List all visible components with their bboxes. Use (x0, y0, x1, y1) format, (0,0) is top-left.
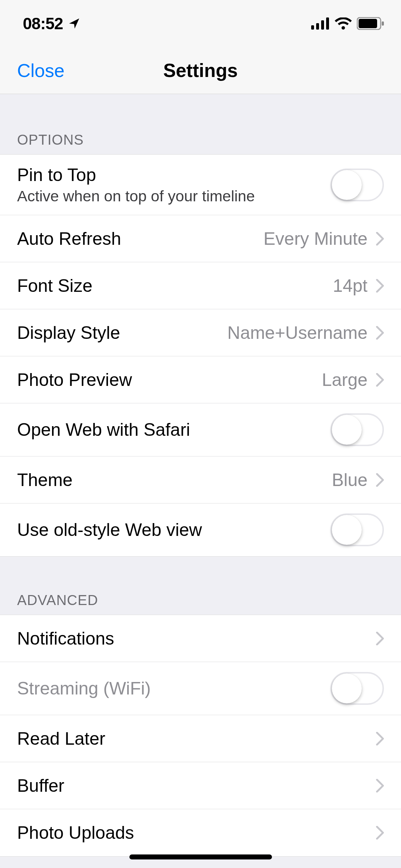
status-right (311, 17, 384, 30)
section-options: Pin to Top Active when on top of your ti… (0, 154, 401, 557)
switch-streaming[interactable] (330, 672, 384, 705)
row-label-block: Notifications (17, 628, 367, 649)
row-label-block: Pin to Top Active when on top of your ti… (17, 165, 322, 205)
row-label: Read Later (17, 728, 367, 749)
switch-knob (332, 673, 362, 703)
switch-open-web-safari[interactable] (330, 413, 384, 446)
row-photo-uploads[interactable]: Photo Uploads (0, 809, 401, 856)
row-streaming[interactable]: Streaming (WiFi) (0, 662, 401, 715)
row-label-block: Use old-style Web view (17, 520, 322, 540)
switch-knob (332, 170, 362, 200)
row-open-web-safari[interactable]: Open Web with Safari (0, 403, 401, 456)
row-theme[interactable]: Theme Blue (0, 456, 401, 503)
section-header-options: OPTIONS (0, 94, 401, 154)
row-label: Notifications (17, 628, 367, 649)
row-label: Buffer (17, 775, 367, 796)
row-label-block: Streaming (WiFi) (17, 678, 322, 699)
row-notifications[interactable]: Notifications (0, 615, 401, 662)
row-value: Blue (332, 470, 367, 490)
row-display-style[interactable]: Display Style Name+Username (0, 309, 401, 356)
nav-bar: Close Settings (0, 47, 401, 94)
cellular-icon (311, 17, 330, 30)
row-label-block: Theme (17, 470, 323, 490)
chevron-right-icon (376, 473, 384, 487)
svg-rect-6 (382, 21, 384, 26)
home-indicator[interactable] (129, 854, 272, 859)
svg-rect-3 (326, 17, 329, 30)
row-font-size[interactable]: Font Size 14pt (0, 262, 401, 309)
switch-old-webview[interactable] (330, 513, 384, 546)
close-button[interactable]: Close (17, 60, 65, 81)
row-value: Every Minute (263, 228, 367, 249)
row-read-later[interactable]: Read Later (0, 715, 401, 762)
row-value: Name+Username (227, 322, 367, 343)
chevron-right-icon (376, 373, 384, 387)
row-photo-preview[interactable]: Photo Preview Large (0, 356, 401, 403)
chevron-right-icon (376, 279, 384, 293)
section-advanced: Notifications Streaming (WiFi) Read Late… (0, 615, 401, 857)
status-bar: 08:52 (0, 0, 401, 47)
row-label-block: Font Size (17, 275, 324, 296)
row-value: Large (322, 370, 367, 390)
row-label: Photo Uploads (17, 822, 367, 843)
row-label-block: Read Later (17, 728, 367, 749)
row-label-block: Buffer (17, 775, 367, 796)
chevron-right-icon (376, 826, 384, 839)
switch-knob (332, 515, 362, 545)
row-label-block: Photo Preview (17, 370, 313, 390)
status-time: 08:52 (23, 14, 63, 33)
row-old-webview[interactable]: Use old-style Web view (0, 503, 401, 556)
status-left: 08:52 (23, 14, 80, 33)
chevron-right-icon (376, 632, 384, 645)
battery-icon (357, 17, 384, 30)
row-label: Photo Preview (17, 370, 313, 390)
row-value: 14pt (333, 275, 367, 296)
chevron-right-icon (376, 232, 384, 246)
row-subtitle: Active when on top of your timeline (17, 187, 322, 205)
svg-rect-0 (311, 25, 314, 30)
svg-rect-1 (316, 23, 319, 30)
chevron-right-icon (376, 326, 384, 340)
location-icon (68, 17, 80, 30)
row-auto-refresh[interactable]: Auto Refresh Every Minute (0, 215, 401, 262)
svg-rect-5 (359, 19, 377, 28)
row-label-block: Open Web with Safari (17, 419, 322, 440)
row-label-block: Display Style (17, 322, 219, 343)
row-label: Pin to Top (17, 165, 322, 185)
switch-knob (332, 415, 362, 445)
switch-pin-to-top[interactable] (330, 169, 384, 201)
section-header-advanced: ADVANCED (0, 557, 401, 615)
row-label: Display Style (17, 322, 219, 343)
row-label: Theme (17, 470, 323, 490)
row-pin-to-top[interactable]: Pin to Top Active when on top of your ti… (0, 155, 401, 215)
row-label-block: Photo Uploads (17, 822, 367, 843)
chevron-right-icon (376, 779, 384, 792)
row-label: Streaming (WiFi) (17, 678, 322, 699)
row-label-block: Auto Refresh (17, 228, 255, 249)
row-label: Use old-style Web view (17, 520, 322, 540)
row-label: Font Size (17, 275, 324, 296)
row-label: Auto Refresh (17, 228, 255, 249)
wifi-icon (335, 17, 352, 30)
row-buffer[interactable]: Buffer (0, 762, 401, 809)
chevron-right-icon (376, 732, 384, 745)
svg-rect-2 (321, 20, 324, 30)
row-label: Open Web with Safari (17, 419, 322, 440)
